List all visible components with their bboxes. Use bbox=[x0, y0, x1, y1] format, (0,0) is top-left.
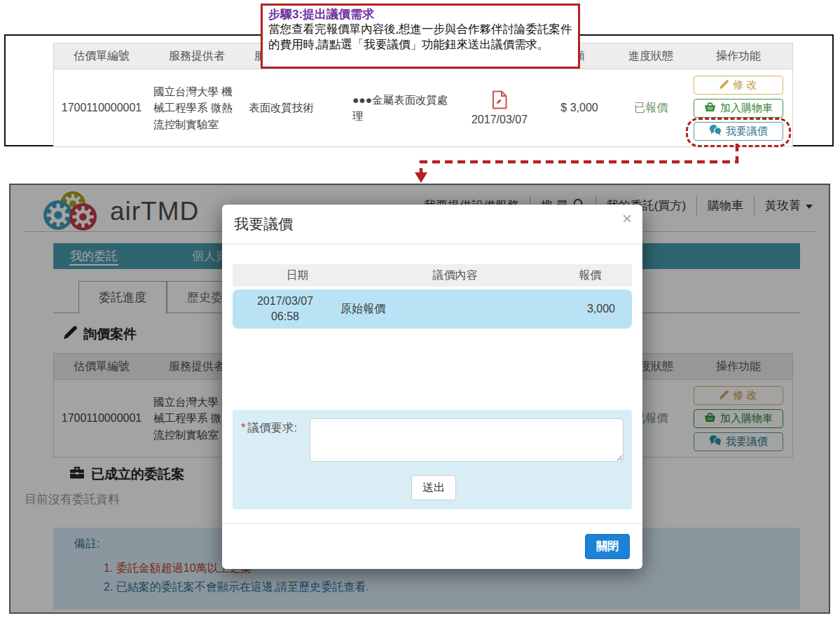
negotiation-form: *議價要求: 送出 bbox=[233, 410, 632, 509]
col-quote-no: 估價單編號 bbox=[54, 49, 149, 64]
negotiation-datetime: 2017/03/07 06:58 bbox=[233, 294, 338, 324]
modal-footer: 關閉 bbox=[222, 523, 642, 569]
col-content: 議價內容 bbox=[362, 268, 548, 283]
action-buttons: 修 改 加入購物車 我要議價 bbox=[683, 76, 794, 141]
negotiation-row: 2017/03/07 06:58 原始報價 3,000 bbox=[233, 289, 632, 329]
quote-no: 1700110000001 bbox=[54, 102, 149, 114]
submit-button[interactable]: 送出 bbox=[411, 475, 456, 500]
edit-label: 修 改 bbox=[733, 78, 757, 92]
negotiation-date: 2017/03/07 bbox=[233, 294, 338, 309]
amount: $ 3,000 bbox=[540, 102, 619, 114]
close-icon[interactable]: × bbox=[622, 210, 632, 227]
negotiation-time: 06:58 bbox=[233, 309, 338, 324]
negotiate-label: 我要議價 bbox=[726, 125, 768, 138]
required-asterisk: * bbox=[241, 421, 245, 434]
status-badge: 已報價 bbox=[619, 101, 683, 116]
modal-title: 我要議價 bbox=[234, 214, 293, 234]
basket-icon bbox=[704, 102, 716, 114]
col-date: 日期 bbox=[233, 268, 362, 283]
label-text: 議價要求: bbox=[247, 421, 297, 434]
callout-title: 步驟3:提出議價需求 bbox=[268, 7, 572, 22]
screenshot-root: 估價單編號 服務提供者 服 額 進度狀態 操作功能 1700110000001 … bbox=[0, 0, 840, 618]
edit-button[interactable]: 修 改 bbox=[694, 76, 783, 95]
quote-file-cell: 2017/03/07 bbox=[459, 90, 540, 126]
negotiate-button[interactable]: 我要議價 bbox=[694, 122, 783, 141]
pencil-icon bbox=[719, 79, 729, 91]
modal-header: 我要議價 × bbox=[222, 205, 642, 245]
callout-body: 當您查看完報價單內容後,想進一步與合作夥伴討論委託案件的費用時,請點選「我要議價… bbox=[268, 22, 572, 53]
close-button[interactable]: 關閉 bbox=[585, 534, 630, 559]
tutorial-callout: 步驟3:提出議價需求 當您查看完報價單內容後,想進一步與合作夥伴討論委託案件的費… bbox=[261, 4, 580, 69]
content: ●●●金屬表面改質處理 bbox=[348, 92, 459, 125]
service: 表面改質技術 bbox=[245, 99, 348, 116]
quote-date: 2017/03/07 bbox=[471, 114, 528, 126]
app-window: airTMD 我要提供設備服務 搜 尋 我的委託(買方) 購物車 黃玫菁 我的委… bbox=[9, 184, 830, 614]
cart-label: 加入購物車 bbox=[720, 102, 773, 115]
request-label: *議價要求: bbox=[241, 418, 303, 437]
negotiate-modal: 我要議價 × 日期 議價內容 報價 2017/03/07 06:58 原始報價 … bbox=[222, 205, 642, 569]
add-to-cart-button[interactable]: 加入購物車 bbox=[694, 99, 783, 118]
chat-icon bbox=[709, 125, 722, 137]
negotiation-request-input[interactable] bbox=[310, 418, 624, 462]
negotiation-table-header: 日期 議價內容 報價 bbox=[233, 264, 632, 287]
negotiation-content: 原始報價 bbox=[338, 302, 541, 317]
col-provider: 服務提供者 bbox=[149, 49, 245, 64]
col-actions: 操作功能 bbox=[683, 49, 794, 64]
col-price: 報價 bbox=[548, 268, 632, 283]
negotiation-price: 3,000 bbox=[541, 303, 632, 315]
col-status: 進度狀態 bbox=[619, 49, 683, 64]
provider: 國立台灣大學 機械工程學系 微熱流控制實驗室 bbox=[149, 83, 245, 132]
pdf-icon[interactable] bbox=[492, 90, 507, 112]
table-row: 1700110000001 國立台灣大學 機械工程學系 微熱流控制實驗室 表面改… bbox=[54, 69, 792, 146]
